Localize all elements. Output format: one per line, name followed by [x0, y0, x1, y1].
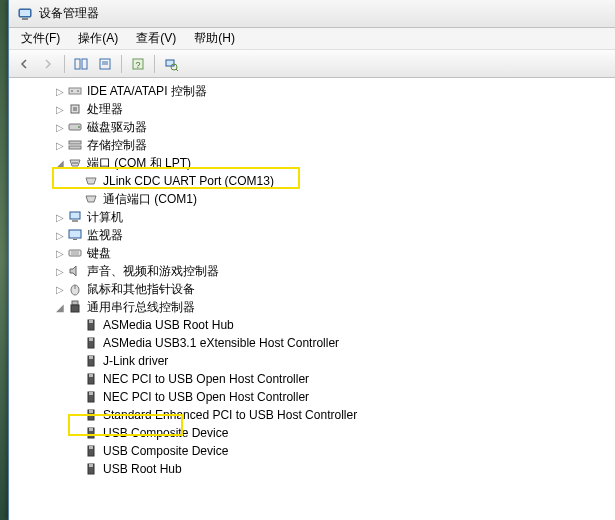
- expander-icon[interactable]: ▷: [53, 246, 67, 260]
- expander-icon[interactable]: ▷: [53, 228, 67, 242]
- svg-rect-41: [89, 356, 93, 359]
- usb-device-icon: [83, 317, 99, 333]
- usb-device-icon: [83, 389, 99, 405]
- cpu-icon: [67, 101, 83, 117]
- usb-device-icon: [83, 407, 99, 423]
- menu-view[interactable]: 查看(V): [128, 28, 184, 49]
- svg-text:?: ?: [135, 60, 140, 70]
- storage-icon: [67, 137, 83, 153]
- expander-icon[interactable]: ▷: [53, 120, 67, 134]
- tree-node-usb-child[interactable]: Standard Enhanced PCI to USB Host Contro…: [9, 406, 615, 424]
- tree-node-disk[interactable]: ▷ 磁盘驱动器: [9, 118, 615, 136]
- tree-node-storage[interactable]: ▷ 存储控制器: [9, 136, 615, 154]
- tree-node-usb-child[interactable]: ASMedia USB Root Hub: [9, 316, 615, 334]
- svg-point-22: [72, 162, 74, 164]
- tree-node-ide[interactable]: ▷ IDE ATA/ATAPI 控制器: [9, 82, 615, 100]
- tree-node-cpu[interactable]: ▷ 处理器: [9, 100, 615, 118]
- svg-point-23: [74, 162, 76, 164]
- titlebar: 设备管理器: [9, 0, 615, 28]
- svg-point-24: [76, 162, 78, 164]
- tree-node-usb-child[interactable]: USB Composite Device: [9, 424, 615, 442]
- port-icon: [83, 173, 99, 189]
- expander-icon[interactable]: ▷: [53, 210, 67, 224]
- port-icon: [67, 155, 83, 171]
- svg-line-12: [176, 69, 178, 71]
- svg-rect-20: [69, 141, 81, 144]
- app-icon: [17, 6, 33, 22]
- menubar: 文件(F) 操作(A) 查看(V) 帮助(H): [9, 28, 615, 50]
- svg-rect-34: [72, 301, 78, 305]
- usb-device-icon: [83, 443, 99, 459]
- keyboard-icon: [67, 245, 83, 261]
- tree-node-usb-child[interactable]: ASMedia USB3.1 eXtensible Host Controlle…: [9, 334, 615, 352]
- svg-rect-45: [89, 392, 93, 395]
- svg-rect-26: [72, 220, 78, 222]
- svg-rect-37: [89, 320, 93, 323]
- svg-rect-53: [89, 464, 93, 467]
- forward-button[interactable]: [37, 53, 59, 75]
- svg-rect-25: [70, 212, 80, 219]
- tree-node-sound[interactable]: ▷ 声音、视频和游戏控制器: [9, 262, 615, 280]
- device-tree[interactable]: ▷ IDE ATA/ATAPI 控制器 ▷ 处理器 ▷ 磁盘驱动器 ▷ 存储控制…: [9, 78, 615, 520]
- tree-node-port-com1[interactable]: 通信端口 (COM1): [9, 190, 615, 208]
- monitor-icon: [67, 227, 83, 243]
- svg-rect-47: [89, 410, 93, 413]
- svg-rect-4: [82, 59, 87, 69]
- tree-node-ports[interactable]: ◢ 端口 (COM 和 LPT): [9, 154, 615, 172]
- toolbar: ?: [9, 50, 615, 78]
- expander-icon[interactable]: ▷: [53, 264, 67, 278]
- device-manager-window: 设备管理器 文件(F) 操作(A) 查看(V) 帮助(H) ? ▷ IDE AT…: [8, 0, 615, 520]
- port-icon: [83, 191, 99, 207]
- mouse-icon: [67, 281, 83, 297]
- svg-rect-51: [89, 446, 93, 449]
- menu-help[interactable]: 帮助(H): [186, 28, 243, 49]
- usb-icon: [67, 299, 83, 315]
- tree-node-port-jlink[interactable]: JLink CDC UART Port (COM13): [9, 172, 615, 190]
- svg-rect-13: [69, 88, 81, 94]
- usb-device-icon: [83, 425, 99, 441]
- properties-button[interactable]: [94, 53, 116, 75]
- svg-rect-1: [20, 10, 30, 16]
- usb-device-icon: [83, 335, 99, 351]
- expander-icon[interactable]: ▷: [53, 102, 67, 116]
- usb-device-icon: [83, 353, 99, 369]
- svg-rect-10: [166, 60, 174, 66]
- expander-icon[interactable]: ▷: [53, 282, 67, 296]
- expander-icon[interactable]: ◢: [53, 300, 67, 314]
- tree-node-monitor[interactable]: ▷ 监视器: [9, 226, 615, 244]
- svg-rect-27: [69, 230, 81, 238]
- tree-node-mouse[interactable]: ▷ 鼠标和其他指针设备: [9, 280, 615, 298]
- svg-rect-28: [73, 239, 77, 240]
- back-button[interactable]: [13, 53, 35, 75]
- svg-rect-17: [73, 107, 77, 111]
- svg-rect-3: [75, 59, 80, 69]
- menu-file[interactable]: 文件(F): [13, 28, 68, 49]
- expander-icon[interactable]: ▷: [53, 84, 67, 98]
- svg-point-14: [71, 90, 73, 92]
- svg-rect-21: [69, 146, 81, 149]
- window-title: 设备管理器: [39, 5, 99, 22]
- disk-icon: [67, 119, 83, 135]
- tree-node-usb-jlink[interactable]: J-Link driver: [9, 352, 615, 370]
- usb-device-icon: [83, 371, 99, 387]
- tree-node-usb-child[interactable]: USB Root Hub: [9, 460, 615, 478]
- scan-button[interactable]: [160, 53, 182, 75]
- tree-node-keyboard[interactable]: ▷ 键盘: [9, 244, 615, 262]
- svg-point-15: [77, 90, 79, 92]
- tree-node-usb-child[interactable]: NEC PCI to USB Open Host Controller: [9, 388, 615, 406]
- help-button[interactable]: ?: [127, 53, 149, 75]
- svg-rect-2: [22, 18, 28, 20]
- tree-node-computer[interactable]: ▷ 计算机: [9, 208, 615, 226]
- expander-icon[interactable]: ◢: [53, 156, 67, 170]
- usb-device-icon: [83, 461, 99, 477]
- svg-rect-29: [69, 250, 81, 256]
- tree-node-usb-child[interactable]: NEC PCI to USB Open Host Controller: [9, 370, 615, 388]
- show-hidden-button[interactable]: [70, 53, 92, 75]
- tree-node-usb[interactable]: ◢ 通用串行总线控制器: [9, 298, 615, 316]
- tree-node-usb-child[interactable]: USB Composite Device: [9, 442, 615, 460]
- sound-icon: [67, 263, 83, 279]
- svg-rect-49: [89, 428, 93, 431]
- computer-icon: [67, 209, 83, 225]
- expander-icon[interactable]: ▷: [53, 138, 67, 152]
- menu-action[interactable]: 操作(A): [70, 28, 126, 49]
